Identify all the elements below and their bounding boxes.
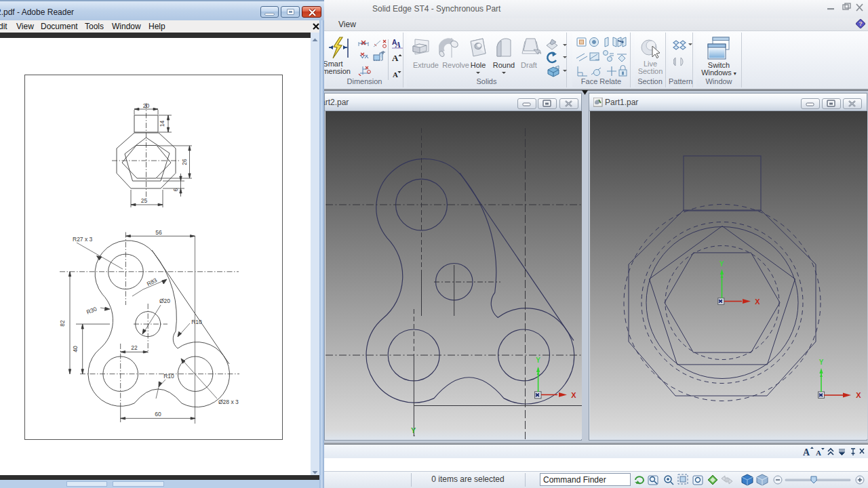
svg-text:6: 6 [172, 188, 179, 191]
svg-text:Y: Y [719, 260, 724, 268]
svg-text:A: A [803, 447, 810, 457]
svg-text:22: 22 [131, 344, 138, 351]
svg-text:Y: Y [411, 426, 416, 434]
svg-text:R10: R10 [163, 373, 174, 380]
svg-text:R27 x 3: R27 x 3 [73, 236, 93, 243]
svg-text:X: X [856, 391, 861, 399]
svg-text:A: A [816, 449, 821, 457]
svg-text:40: 40 [72, 346, 79, 352]
svg-text:Y: Y [536, 357, 540, 364]
svg-text:X: X [571, 391, 576, 399]
svg-text:Ø28 x 3: Ø28 x 3 [218, 399, 239, 405]
svg-text:20: 20 [143, 102, 150, 109]
svg-text:Y: Y [819, 359, 824, 366]
svg-text:Ø20: Ø20 [159, 298, 170, 304]
svg-text:X: X [755, 298, 760, 306]
svg-text:?: ? [859, 20, 863, 27]
svg-text:14: 14 [159, 121, 165, 127]
svg-text:R10: R10 [191, 319, 202, 325]
svg-text:56: 56 [155, 229, 162, 236]
svg-text:60: 60 [155, 411, 161, 418]
svg-text:82: 82 [59, 320, 66, 327]
svg-text:25: 25 [141, 197, 148, 204]
svg-text:26: 26 [181, 159, 188, 165]
svg-text:A: A [392, 53, 399, 63]
